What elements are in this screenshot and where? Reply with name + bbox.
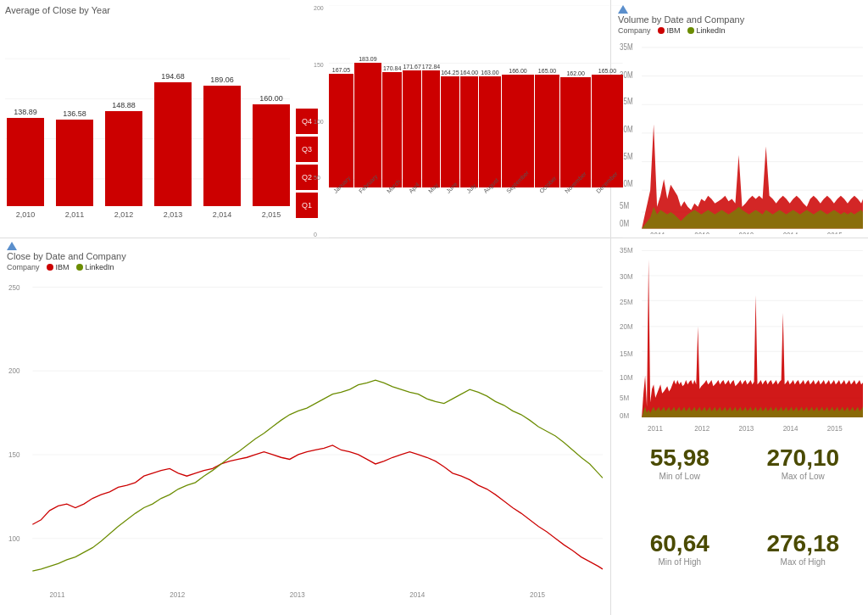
year-bar-group: 138.892,010: [7, 19, 44, 219]
svg-text:10M: 10M: [620, 374, 633, 382]
svg-text:2013: 2013: [290, 590, 305, 599]
year-bar-group: 160.002,015: [253, 19, 290, 219]
month-bar-group: 165.00December: [592, 5, 622, 214]
svg-text:0M: 0M: [620, 412, 629, 420]
svg-text:2014: 2014: [783, 232, 798, 234]
ibm-legend-item: IBM: [658, 26, 681, 35]
max-high-stat: 276,18 Max of High: [745, 530, 862, 608]
ibm-dot: [658, 27, 665, 34]
svg-text:15M: 15M: [620, 349, 633, 357]
month-bar-group: 170.84March: [382, 5, 402, 214]
volume-legend: Company IBM LinkedIn: [618, 26, 865, 35]
close-legend: Company IBM LinkedIn: [7, 263, 607, 271]
year-bar: [203, 86, 241, 206]
sort-triangle-icon-2: [7, 242, 17, 250]
svg-text:2011: 2011: [648, 425, 663, 433]
svg-text:35M: 35M: [620, 246, 633, 254]
linkedin-legend-item: LinkedIn: [687, 26, 726, 35]
linkedin-legend-close: LinkedIn: [76, 263, 114, 271]
month-bar: [592, 75, 622, 187]
year-bar-group: 189.062,014: [203, 19, 241, 219]
max-low-label: Max of Low: [745, 472, 862, 481]
month-bar-group: 164.25June: [441, 5, 459, 214]
max-low-stat: 270,10 Max of Low: [745, 444, 862, 523]
month-bar-group: 162.00November: [560, 5, 591, 214]
month-bar-group: 165.00October: [535, 5, 559, 214]
volume-svg-container: 35M 30M 25M 20M 15M 10M 5M 0M: [618, 36, 865, 234]
svg-text:2011: 2011: [650, 232, 665, 234]
month-bar-group: 171.67April: [403, 5, 420, 214]
min-low-label: Min of Low: [621, 472, 738, 481]
year-label: 2,014: [213, 210, 232, 219]
year-bar-group: 136.582,011: [56, 19, 93, 219]
year-label: 2,010: [16, 210, 36, 219]
svg-text:2013: 2013: [738, 425, 754, 433]
month-bar: [479, 76, 501, 187]
max-low-value: 270,10: [745, 444, 862, 472]
year-bar: [253, 104, 290, 206]
close-chart-title: Close by Date and Company: [7, 251, 607, 261]
month-bar: [403, 70, 420, 187]
month-bar: [502, 75, 534, 187]
year-bar: [105, 111, 142, 206]
svg-text:25M: 25M: [620, 298, 633, 305]
month-bar-group: 163.00August: [479, 5, 501, 214]
min-high-value: 60,64: [621, 530, 738, 557]
svg-text:2014: 2014: [783, 425, 798, 433]
svg-text:2012: 2012: [694, 425, 709, 433]
svg-text:2012: 2012: [170, 590, 185, 599]
ibm-dot-close: [47, 264, 53, 271]
year-bar: [56, 120, 93, 206]
year-bar: [154, 82, 192, 206]
month-bar: [560, 77, 591, 187]
stats-grid: 55,98 Min of Low 270,10 Max of Low 60,64…: [618, 438, 865, 612]
svg-text:150: 150: [8, 450, 20, 459]
ibm-legend-close: IBM: [47, 263, 70, 271]
min-low-value: 55,98: [621, 444, 738, 472]
max-high-label: Max of High: [745, 557, 862, 567]
svg-text:5M: 5M: [620, 394, 629, 402]
svg-text:30M: 30M: [620, 273, 633, 281]
svg-text:250: 250: [8, 282, 20, 291]
avg-close-year-chart: Average of Close by Year 138.892,010136.…: [5, 5, 290, 238]
svg-text:2015: 2015: [530, 590, 545, 599]
svg-text:2015: 2015: [827, 232, 843, 234]
year-label: 2,013: [164, 210, 183, 219]
year-label: 2,011: [65, 210, 85, 219]
min-high-label: Min of High: [621, 557, 738, 567]
bottom-volume-chart: 35M 30M 25M 20M 15M 10M 5M 0M: [618, 242, 865, 438]
month-bar: [329, 74, 353, 187]
svg-text:2012: 2012: [694, 232, 709, 234]
close-date-company-chart: Close by Date and Company Company IBM Li…: [0, 238, 610, 615]
month-bar: [422, 70, 440, 187]
month-bar: [382, 72, 402, 187]
month-bar: [354, 63, 381, 187]
avg-close-year-title: Average of Close by Year: [5, 5, 290, 15]
month-bar-group: 166.00September: [502, 5, 534, 214]
svg-text:2014: 2014: [409, 590, 425, 599]
min-low-stat: 55,98 Min of Low: [621, 444, 738, 523]
svg-text:2013: 2013: [738, 232, 754, 234]
month-bar: [535, 75, 559, 187]
bottom-right-panel: 35M 30M 25M 20M 15M 10M 5M 0M: [610, 238, 868, 615]
svg-text:100: 100: [8, 534, 20, 543]
month-bar-group: 172.84May: [422, 5, 440, 214]
monthly-bar-chart: 200 150 100 50 0 167.05January183.09Febr…: [329, 5, 623, 238]
close-svg-container: 250 200 150 100 2011 2012 2013 2014 2015: [7, 273, 607, 608]
svg-text:2011: 2011: [50, 590, 65, 599]
svg-text:0M: 0M: [620, 219, 629, 228]
month-bar-group: 183.09February: [354, 5, 381, 214]
month-bar-group: 164.00July: [460, 5, 478, 214]
volume-chart-title: Volume by Date and Company: [618, 14, 865, 25]
min-high-stat: 60,64 Min of High: [621, 530, 738, 608]
linkedin-dot-close: [76, 264, 83, 271]
max-high-value: 276,18: [745, 530, 862, 557]
svg-text:200: 200: [8, 366, 20, 375]
svg-text:2015: 2015: [827, 425, 843, 433]
year-bar-group: 148.882,012: [105, 19, 142, 219]
year-label: 2,015: [262, 210, 281, 219]
month-bar-group: 167.05January: [329, 5, 353, 214]
linkedin-dot: [687, 27, 694, 34]
year-bar: [7, 118, 44, 206]
volume-date-company-chart: Volume by Date and Company Company IBM L…: [610, 0, 868, 238]
